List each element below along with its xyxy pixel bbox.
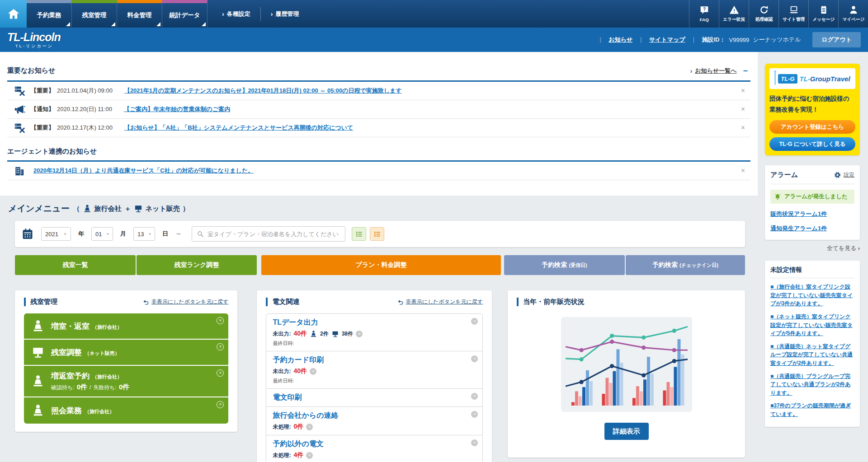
restore-hidden-buttons-link[interactable]: 非表示にしたボタンを元に戻す [143,298,229,306]
room-button-sublabel: （旅行会社） [92,373,122,380]
room-button-text: 照会業務 （旅行会社） [51,406,114,416]
card-title-link[interactable]: 電文印刷 [273,393,302,402]
gear-icon [834,171,841,179]
notification-alarm-link[interactable]: 通知発生アラーム1件 [770,224,854,233]
unset-info-link[interactable]: ■（共通販売）ネット室タイプグループ設定が完了していない共通室タイプが2件ありま… [770,342,854,368]
tab-rate-management[interactable]: 料金管理 [117,0,162,28]
notice-link[interactable]: 【ご案内】年末年始の営業体制のご案内 [124,105,230,113]
tab-reservation[interactable]: 予約業務 [27,0,72,28]
unset-info-link[interactable]: ■37件のプランの販売期間が過ぎています。 [770,401,854,418]
room-button-label: 照会業務 [51,406,82,416]
close-icon[interactable]: × [217,317,224,324]
util-faq[interactable]: FAQ [689,0,719,28]
card-close-icon[interactable]: × [471,393,478,400]
tab-room-inventory[interactable]: 残室管理 [72,0,117,28]
close-icon[interactable]: × [217,401,224,408]
calendar-icon[interactable] [21,228,34,240]
add-return-room-button[interactable]: 増室・返室 （旅行会社） × [24,313,228,340]
dismiss-icon[interactable]: × [310,368,316,375]
tab-statistics[interactable]: 統計データ [162,0,208,28]
header-right: ｜ お知らせ ｜ サイトマップ ｜ 施設ID： V99999 シーナッツホテル … [598,32,861,47]
list-view-orange-toggle[interactable] [370,227,384,241]
close-icon[interactable]: × [741,87,745,95]
flag-pole-icon [774,72,776,85]
plan-rate-adjust-button[interactable]: プラン・料金調整 [261,255,501,275]
tlg-brand-text: TL-GroupTravel [800,75,850,83]
chevron-right-icon: › [271,10,273,18]
room-button-sublabel: （ネット販売） [85,350,120,357]
close-icon[interactable]: × [217,369,224,377]
unset-info-link[interactable]: ■（ネット販売）室タイプリンク設定が完了していない販売先室タイプが5件あります。 [770,313,854,338]
room-button-text: 残室調整 （ネット販売） [51,347,120,358]
top-navigation-bar: 予約業務 残室管理 料金管理 統計データ › 各種設定 › 履歴管理 FAQ エ… [0,0,868,28]
collapse-minus-icon[interactable]: − [743,67,748,75]
restore-hidden-buttons-link[interactable]: 非表示にしたボタンを元に戻す [397,298,483,306]
dismiss-icon[interactable]: × [306,452,313,459]
card-title-link[interactable]: 予約カード印刷 [273,355,324,365]
detail-view-button[interactable]: 詳細表示 [604,423,649,440]
notice-link[interactable]: 2020年12月14日（月）より共通在庫サービス「C社」の対応が可能になりました… [33,167,254,175]
alarm-title: アラーム [770,171,798,179]
util-process-check[interactable]: 処理確認 [749,0,778,28]
about-tlg-button[interactable]: TL-G について詳しく見る [769,137,855,151]
account-register-button[interactable]: アカウント登録はこちら [769,120,855,134]
month-select[interactable]: 01 ▼ [91,227,113,241]
panel-title: 当年・前年販売状況 [517,298,584,306]
header-sitemap-link[interactable]: サイトマップ [649,36,685,44]
day-select[interactable]: 13 ▼ [133,227,155,241]
util-error-status[interactable]: エラー状況 [719,0,749,28]
panel-header: 残室管理 非表示にしたボタンを元に戻す [24,298,228,306]
close-icon[interactable]: × [741,105,745,113]
alarm-alert-row: アラームが発生しました [770,190,854,204]
building-icon [14,165,25,177]
util-mypage[interactable]: マイページ [838,0,868,28]
agent-count: 2件 [320,330,329,338]
notice-link[interactable]: 【2021年1月の定期メンテナンスのお知らせ】2021年01月18日(月) 02… [124,87,402,95]
card-title-link[interactable]: TLデータ出力 [273,318,318,327]
close-icon[interactable]: × [741,124,745,132]
status-label: 未処理: [273,452,291,459]
reservation-card-print-card: 予約カード印刷 未出力: 40件 × 最終日時: × [266,351,482,389]
card-close-icon[interactable]: × [471,439,478,446]
room-rank-adjust-button[interactable]: 残室ランク調整 [137,255,257,275]
see-all-link[interactable]: 全てを見る› [765,244,860,252]
logout-button[interactable]: ログアウト [812,32,861,47]
notice-list-link[interactable]: › お知らせ一覧へ [690,67,737,75]
sales-status-alarm-link[interactable]: 販売状況アラーム1件 [770,210,854,218]
notice-link[interactable]: 【お知らせ】「A社」「B社」システムメンテナンスとサービス再開後の対応について [124,124,353,132]
close-icon[interactable]: × [741,167,745,175]
alarm-settings-link[interactable]: 設定 [834,171,854,179]
close-icon[interactable]: × [217,343,224,350]
unset-info-link[interactable]: ■（共通販売）プラングループ完了していない共通プランが2件あります。 [770,372,854,397]
dismiss-icon[interactable]: × [306,424,313,430]
room-adjust-button[interactable]: 残室調整 （ネット販売） × [24,340,228,366]
right-sidebar: TL-G TL-GroupTravel 団体予約に悩む宿泊施設様の 業務改善を実… [758,52,868,462]
tl-data-output-card: TLデータ出力 未出力: 40件 2件 38件 × [266,314,482,351]
add-return-reservation-button[interactable]: 増返室予約 （旅行会社） 確認待ち: 0件 / 失敗待ち: [24,366,228,397]
year-select[interactable]: 2021 ▼ [41,227,71,241]
card-close-icon[interactable]: × [471,318,478,325]
list-view-green-toggle[interactable] [352,227,366,241]
room-button-label: 増返室予約 [51,371,90,381]
unset-info-panel: 未設定情報 ■（旅行会社）室タイプリンク設定が完了していない販売先室タイプが3件… [765,261,860,426]
facility-info: 施設ID： V99999 シーナッツホテル [702,36,801,44]
card-close-icon[interactable]: × [471,411,478,418]
room-button-label: 増室・返室 [51,321,90,331]
inquiry-operations-button[interactable]: 照会業務 （旅行会社） × [24,397,228,424]
agency-contact-card: 旅行会社からの連絡 未処理: 0件 × × [266,407,482,435]
nav-link-history[interactable]: › 履歴管理 [260,7,309,21]
unset-info-link[interactable]: ■（旅行会社）室タイプリンク設定が完了していない販売先室タイプが3件があります。 [770,283,854,308]
search-input[interactable] [208,231,340,238]
header-notice-link[interactable]: お知らせ [609,36,632,44]
home-button[interactable] [0,0,27,28]
nav-link-settings[interactable]: › 各種設定 [212,7,260,21]
dismiss-icon[interactable]: × [356,331,363,337]
reservation-search-received-button[interactable]: 予約検索 (受信日) [504,255,625,275]
reservation-search-checkin-button[interactable]: 予約検索 (チェックイン日) [626,255,745,275]
room-list-button[interactable]: 残室一覧 [15,255,136,275]
card-title-link[interactable]: 予約以外の電文 [273,439,323,449]
util-message[interactable]: メッセージ [808,0,838,28]
card-title-link[interactable]: 旅行会社からの連絡 [273,411,338,420]
card-close-icon[interactable]: × [471,355,478,362]
util-site-management[interactable]: サイト管理 [778,0,808,28]
